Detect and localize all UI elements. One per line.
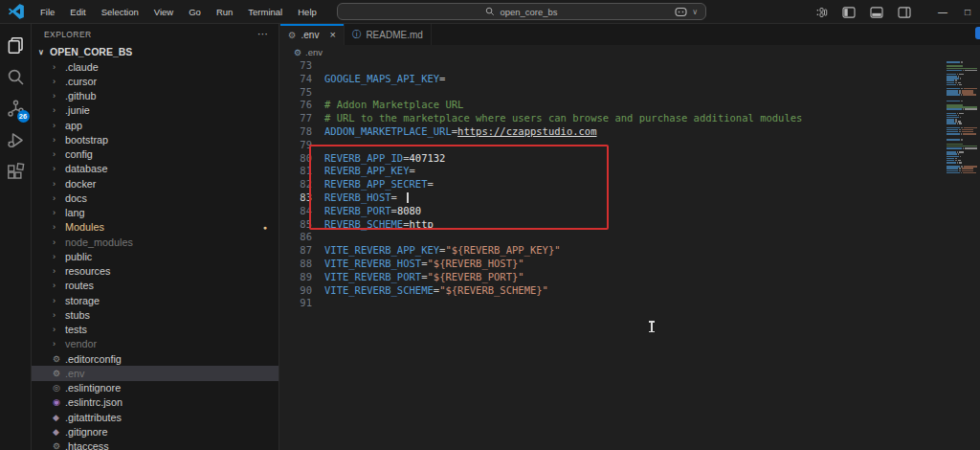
folder-item-claude[interactable]: ›.claude [32,59,278,74]
code-line-77[interactable]: 77# URL to the marketplace where users c… [280,112,946,125]
workspace-root-label: OPEN_CORE_BS [50,46,132,57]
line-number: 85 [280,218,312,232]
file-item-env[interactable]: ⚙.env [32,366,278,380]
explorer-more-actions-icon[interactable]: ⋯ [257,28,269,40]
breadcrumb[interactable]: ⚙ .env [280,45,980,59]
menu-view[interactable]: View [147,4,180,20]
search-box[interactable]: open_core_bs [337,3,706,20]
folder-item-node_modules[interactable]: ›node_modules [32,235,278,249]
chevron-right-icon: › [53,237,65,247]
menu-help[interactable]: Help [291,4,323,20]
file-item-gitignore[interactable]: ◆.gitignore [32,424,278,439]
folder-item-docker[interactable]: ›docker [32,176,278,191]
search-sidebar-icon[interactable] [0,61,32,93]
file-item-eslintignore[interactable]: ◎.eslintignore [32,381,278,395]
menu-selection[interactable]: Selection [95,4,145,20]
code-line-78[interactable]: 78ADDON_MARKETPLACE_URL=https://czappstu… [280,125,946,139]
file-item-eslintrc.json[interactable]: ◉.eslintrc.json [32,395,278,410]
code-line-84[interactable]: 84REVERB_PORT=8080 [280,205,946,218]
line-content: REVERB_PORT=8080 [324,205,421,218]
gear-icon: ⚙ [53,369,65,378]
code-line-82[interactable]: 82REVERB_APP_SECRET= [280,178,946,191]
minimize-button[interactable]: — [930,0,955,24]
run-debug-icon[interactable] [0,124,32,156]
chevron-right-icon: › [53,266,65,276]
copilot-menu-button[interactable]: ∨ [670,4,698,21]
folder-item-app[interactable]: ›app [32,118,278,132]
item-label: stubs [65,309,90,321]
code-line-88[interactable]: 88VITE_REVERB_HOST="${REVERB_HOST}" [280,258,946,271]
close-icon[interactable]: × [329,29,335,40]
tab-readme[interactable]: ⓘ README.md [345,24,432,45]
file-item-editorconfig[interactable]: ⚙.editorconfig [32,351,278,366]
explorer-icon[interactable] [0,30,32,61]
code-line-80[interactable]: 80REVERB_APP_ID=407132 [280,152,946,166]
menu-go[interactable]: Go [182,4,208,20]
source-control-icon[interactable]: 26 [0,93,32,124]
folder-item-stubs[interactable]: ›stubs [32,307,278,322]
code-line-86[interactable]: 86 [280,231,946,244]
text-cursor [407,192,409,203]
code-line-79[interactable]: 79 [280,139,946,152]
folder-item-modules[interactable]: ›Modules● [32,220,278,235]
code-line-91[interactable]: 91 [280,297,946,310]
customize-layout-icon[interactable] [811,4,832,21]
item-label: .cursor [65,76,97,87]
minimap[interactable] [947,59,979,450]
code-line-81[interactable]: 81REVERB_APP_KEY= [280,165,946,178]
folder-item-cursor[interactable]: ›.cursor [32,74,278,88]
folder-item-database[interactable]: ›database [32,162,278,176]
menu-file[interactable]: File [33,4,61,20]
code-line-73[interactable]: 73 [280,59,946,73]
tab-label: README.md [366,30,422,40]
code-line-75[interactable]: 75 [280,86,946,100]
extensions-icon[interactable] [0,156,32,188]
item-label: storage [65,295,100,306]
file-item-gitattributes[interactable]: ◆.gitattributes [32,410,278,424]
toggle-secondary-sidebar-icon[interactable] [894,4,915,21]
workspace-root-item[interactable]: ∨ OPEN_CORE_BS [32,44,278,59]
explorer-title: EXPLORER [44,30,92,39]
chevron-right-icon: › [53,222,65,232]
tab-env[interactable]: ⚙ .env × [280,24,345,45]
menu-run[interactable]: Run [210,4,239,20]
menu-terminal[interactable]: Terminal [241,4,289,20]
toggle-primary-sidebar-icon[interactable] [838,4,859,21]
code-line-74[interactable]: 74GOOGLE_MAPS_API_KEY= [280,73,946,86]
folder-item-github[interactable]: ›.github [32,89,278,103]
folder-item-bootstrap[interactable]: ›bootstrap [32,132,278,146]
file-item-htaccess[interactable]: ⚙.htaccess [32,439,278,450]
folder-item-docs[interactable]: ›docs [32,191,278,205]
code-line-85[interactable]: 85REVERB_SCHEME=http [280,218,946,232]
code-editor[interactable]: 7374GOOGLE_MAPS_API_KEY=7576# Addon Mark… [280,59,946,450]
chevron-right-icon: › [53,105,65,115]
gear-icon: ⚙ [288,30,297,40]
line-number: 90 [280,284,312,298]
menu-edit[interactable]: Edit [63,4,92,20]
code-line-83[interactable]: 83REVERB_HOST= [280,191,946,205]
item-label: .eslintrc.json [65,396,122,408]
code-line-89[interactable]: 89VITE_REVERB_PORT="${REVERB_PORT}" [280,271,946,284]
item-label: resources [65,265,110,277]
toggle-panel-icon[interactable] [866,4,887,21]
minimap-line [947,94,979,96]
minimap-line [947,172,979,174]
minimap-line [947,147,979,149]
maximize-button[interactable]: □ [955,0,980,24]
code-line-76[interactable]: 76# Addon Marketplace URL [280,99,946,112]
code-line-87[interactable]: 87VITE_REVERB_APP_KEY="${REVERB_APP_KEY}… [280,244,946,258]
line-content: # URL to the marketplace where users can… [324,112,802,125]
folder-item-resources[interactable]: ›resources [32,264,278,279]
folder-item-junie[interactable]: ›.junie [32,103,278,118]
folder-item-tests[interactable]: ›tests [32,323,278,337]
folder-item-public[interactable]: ›public [32,249,278,263]
item-label: node_modules [65,236,133,248]
chevron-down-icon: ∨ [692,8,698,16]
folder-item-lang[interactable]: ›lang [32,206,278,220]
folder-item-routes[interactable]: ›routes [32,279,278,293]
folder-item-storage[interactable]: ›storage [32,293,278,307]
chevron-right-icon: › [53,310,65,320]
code-line-90[interactable]: 90VITE_REVERB_SCHEME="${REVERB_SCHEME}" [280,284,946,298]
folder-item-vendor[interactable]: ›vendor [32,337,278,351]
folder-item-config[interactable]: ›config [32,147,278,162]
